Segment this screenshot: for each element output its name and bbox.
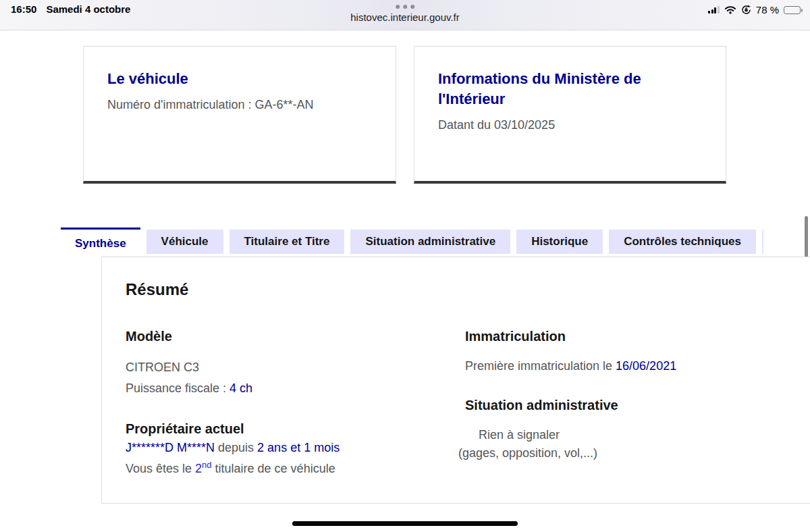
battery-icon (784, 6, 801, 14)
vehicle-card-title: Le véhicule (107, 69, 372, 89)
holder-rank-line: Vous êtes le 2nd titulaire de ce véhicul… (126, 460, 465, 476)
owner-name: J*******D M****N (126, 441, 215, 454)
situation-note: (gages, opposition, vol,...) (458, 446, 793, 460)
home-indicator[interactable] (292, 521, 518, 526)
first-registration-label: Première immatriculation le (465, 359, 616, 373)
first-registration-line: Première immatriculation le 16/06/2021 (465, 359, 793, 373)
right-column: Immatriculation Première immatriculation… (465, 329, 793, 476)
left-column: Modèle CITROEN C3 Puissance fiscale : 4 … (126, 329, 465, 476)
vehicle-card-registration: Numéro d'immatriculation : GA-6**-AN (107, 98, 372, 112)
tab-situation-administrative[interactable]: Situation administrative (350, 230, 510, 254)
url-bar[interactable]: histovec.interieur.gouv.fr (350, 5, 459, 23)
model-heading: Modèle (126, 329, 465, 344)
cellular-signal-icon (708, 6, 720, 14)
tab-historique[interactable]: Historique (516, 230, 603, 254)
summary-columns: Modèle CITROEN C3 Puissance fiscale : 4 … (126, 329, 793, 476)
clock: 16:50 (11, 3, 36, 15)
ministry-card: Informations du Ministère de l'Intérieur… (414, 46, 726, 184)
holder-rank-ordinal: nd (202, 460, 211, 470)
immatriculation-heading: Immatriculation (465, 329, 793, 344)
date-label: Samedi 4 octobre (46, 3, 130, 15)
tab-overview-dots-icon[interactable] (350, 5, 459, 9)
status-left: 16:50 Samedi 4 octobre (11, 3, 130, 15)
model-value: CITROEN C3 (126, 361, 465, 375)
url-text[interactable]: histovec.interieur.gouv.fr (350, 11, 459, 23)
first-registration-date: 16/06/2021 (616, 359, 676, 373)
ministry-card-date: Datant du 03/10/2025 (438, 118, 702, 132)
tab-bar: Synthèse Véhicule Titulaire et Titre Sit… (61, 228, 763, 257)
owner-since-value: 2 ans et 1 mois (257, 441, 340, 454)
holder-rank: 2 (195, 462, 202, 475)
fiscal-power-line: Puissance fiscale : 4 ch (126, 381, 465, 396)
tab-controles-techniques[interactable]: Contrôles techniques (609, 230, 756, 254)
ministry-card-title: Informations du Ministère de l'Intérieur (438, 69, 702, 109)
synthese-panel: Résumé Modèle CITROEN C3 Puissance fisca… (101, 257, 810, 504)
rotation-lock-icon (741, 5, 751, 15)
fiscal-power-label: Puissance fiscale : (126, 381, 230, 395)
tab-vehicule[interactable]: Véhicule (146, 230, 223, 254)
tab-synthese[interactable]: Synthèse (61, 228, 140, 257)
holder-prefix: Vous êtes le (126, 462, 195, 475)
situation-status: Rien à signaler (465, 428, 793, 442)
owner-line: J*******D M****N depuis 2 ans et 1 mois (126, 441, 465, 455)
panel-heading: Résumé (126, 280, 793, 299)
owner-since-label: depuis (215, 441, 257, 454)
vehicle-card: Le véhicule Numéro d'immatriculation : G… (83, 46, 396, 184)
status-right: 78 % (708, 4, 801, 16)
owner-heading: Propriétaire actuel (126, 421, 465, 437)
info-cards: Le véhicule Numéro d'immatriculation : G… (83, 46, 810, 184)
tab-kilometrage[interactable]: Kilométrage (762, 230, 763, 254)
tab-titulaire-et-titre[interactable]: Titulaire et Titre (230, 230, 345, 254)
wifi-icon (724, 5, 736, 14)
tabs-wrap: Synthèse Véhicule Titulaire et Titre Sit… (51, 228, 763, 504)
situation-heading: Situation administrative (465, 398, 793, 413)
fiscal-power-value: 4 ch (230, 381, 252, 395)
battery-percent: 78 % (756, 4, 779, 16)
status-bar: 16:50 Samedi 4 octobre histovec.interieu… (0, 0, 810, 30)
holder-suffix: titulaire de ce véhicule (212, 462, 335, 475)
